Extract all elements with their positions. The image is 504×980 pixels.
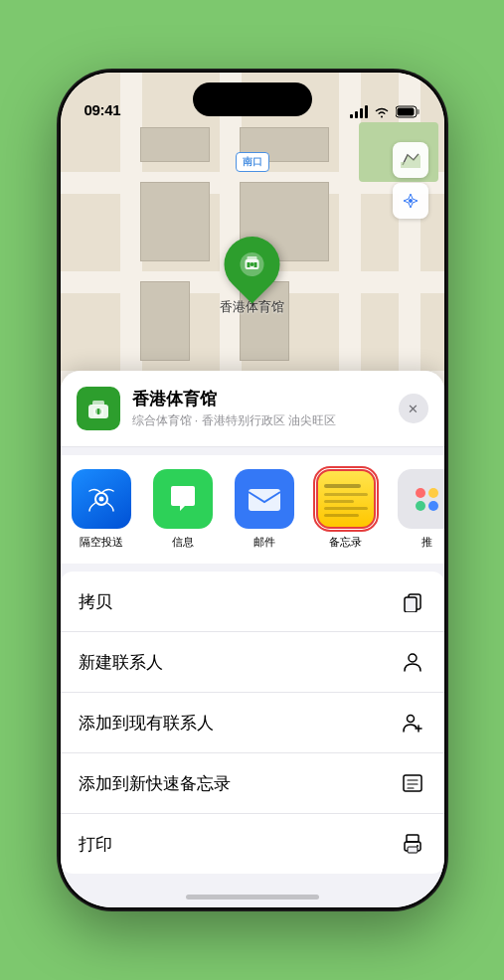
phone-screen: 09:41 xyxy=(61,73,444,907)
copy-icon xyxy=(399,587,426,615)
mail-icon xyxy=(235,469,294,529)
action-copy[interactable]: 拷贝 xyxy=(61,572,444,632)
action-copy-label: 拷贝 xyxy=(79,590,112,613)
pin-icon xyxy=(213,225,291,303)
wifi-icon xyxy=(374,106,390,118)
map-label: 南口 xyxy=(236,152,269,172)
action-print[interactable]: 打印 xyxy=(61,814,444,874)
svg-rect-14 xyxy=(99,408,103,416)
messages-label: 信息 xyxy=(172,535,194,550)
location-pin: 香港体育馆 xyxy=(220,237,284,316)
map-type-button[interactable] xyxy=(393,142,428,178)
share-item-notes[interactable]: 备忘录 xyxy=(305,469,387,550)
action-add-notes[interactable]: 添加到新快速备忘录 xyxy=(61,753,444,814)
share-item-messages[interactable]: 信息 xyxy=(142,469,224,550)
share-item-more[interactable]: 推 xyxy=(387,469,444,550)
bottom-sheet: 香港体育馆 综合体育馆 · 香港特别行政区 油尖旺区 ✕ xyxy=(61,371,444,907)
share-item-mail[interactable]: 邮件 xyxy=(224,469,305,550)
place-info: 香港体育馆 综合体育馆 · 香港特别行政区 油尖旺区 xyxy=(132,388,387,429)
airdrop-label: 隔空投送 xyxy=(80,535,123,550)
action-add-existing[interactable]: 添加到现有联系人 xyxy=(61,693,444,753)
svg-rect-28 xyxy=(407,835,419,842)
messages-icon xyxy=(153,469,213,529)
person-add-icon xyxy=(399,709,426,736)
more-label: 推 xyxy=(421,535,432,550)
svg-rect-9 xyxy=(254,262,257,267)
status-time: 09:41 xyxy=(84,101,121,118)
svg-point-16 xyxy=(98,497,103,502)
action-add-notes-label: 添加到新快速备忘录 xyxy=(79,772,231,795)
svg-rect-30 xyxy=(408,847,418,853)
svg-point-21 xyxy=(407,716,414,723)
svg-rect-19 xyxy=(405,597,417,612)
action-print-label: 打印 xyxy=(79,833,112,856)
dynamic-island xyxy=(193,82,312,116)
svg-point-3 xyxy=(409,199,413,203)
svg-rect-1 xyxy=(417,109,420,114)
svg-point-20 xyxy=(409,654,417,662)
location-button[interactable] xyxy=(393,183,428,219)
action-add-existing-label: 添加到现有联系人 xyxy=(79,712,214,735)
person-icon xyxy=(399,648,426,676)
phone-frame: 09:41 xyxy=(59,71,446,909)
signal-icon xyxy=(350,105,368,118)
svg-rect-8 xyxy=(248,262,251,267)
svg-rect-11 xyxy=(92,401,104,406)
map-controls[interactable] xyxy=(393,142,428,223)
place-header: 香港体育馆 综合体育馆 · 香港特别行政区 油尖旺区 ✕ xyxy=(61,371,444,447)
action-new-contact[interactable]: 新建联系人 xyxy=(61,632,444,693)
svg-rect-17 xyxy=(249,489,280,511)
action-list: 拷贝 新建联系人 xyxy=(61,572,444,874)
quick-notes-icon xyxy=(399,769,426,797)
notes-label: 备忘录 xyxy=(329,535,362,550)
notes-icon xyxy=(316,469,376,529)
printer-icon xyxy=(399,830,426,858)
svg-rect-13 xyxy=(93,408,97,416)
battery-icon xyxy=(396,105,420,118)
svg-rect-6 xyxy=(248,256,257,260)
place-icon xyxy=(77,387,120,430)
close-button[interactable]: ✕ xyxy=(399,394,428,423)
airdrop-icon xyxy=(72,469,131,529)
more-icon xyxy=(398,469,444,529)
status-icons xyxy=(350,105,420,118)
svg-rect-2 xyxy=(397,108,414,116)
share-row: 隔空投送 信息 xyxy=(61,455,444,564)
mail-label: 邮件 xyxy=(253,535,275,550)
home-indicator xyxy=(186,895,319,899)
svg-point-31 xyxy=(417,845,419,847)
svg-point-7 xyxy=(251,262,254,266)
place-subtitle: 综合体育馆 · 香港特别行政区 油尖旺区 xyxy=(132,412,387,429)
place-name: 香港体育馆 xyxy=(132,388,387,410)
share-item-airdrop[interactable]: 隔空投送 xyxy=(61,469,142,550)
action-new-contact-label: 新建联系人 xyxy=(79,651,163,674)
